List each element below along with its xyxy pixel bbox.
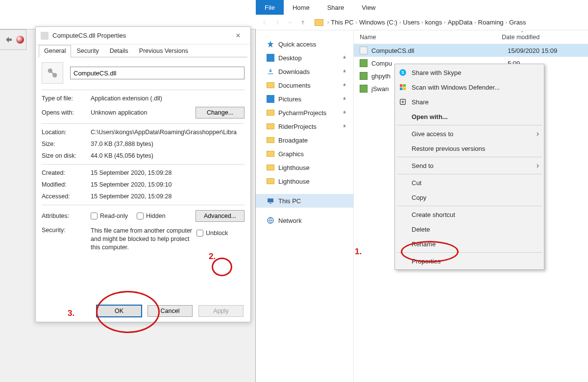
context-menu-item[interactable]: Delete bbox=[395, 222, 544, 237]
nav-quick-access[interactable]: Quick access bbox=[256, 37, 353, 51]
nav-pictures[interactable]: Pictures bbox=[256, 92, 353, 106]
context-menu-item[interactable]: Cut bbox=[395, 175, 544, 190]
nav-rider[interactable]: RiderProjects bbox=[256, 119, 353, 133]
opens-with-label: Opens with: bbox=[42, 109, 91, 116]
dialog-title: ComputeCS.dll Properties bbox=[52, 32, 231, 39]
security-label: Security: bbox=[42, 227, 91, 234]
ribbon-tab-view[interactable]: View bbox=[353, 0, 384, 15]
opens-with-value: Unknown application bbox=[91, 109, 196, 116]
attributes-label: Attributes: bbox=[42, 213, 91, 219]
advanced-button[interactable]: Advanced... bbox=[196, 210, 245, 222]
context-menu-label: Restore previous versions bbox=[412, 145, 485, 152]
modified-value: 15 September 2020, 15:09:10 bbox=[91, 181, 245, 188]
size-on-disk-value: 44.0 KB (45,056 bytes) bbox=[91, 152, 245, 159]
col-header-date[interactable]: Date modified bbox=[502, 34, 588, 41]
context-menu-label: Send to bbox=[412, 162, 434, 169]
nav-back-button[interactable] bbox=[259, 17, 270, 28]
annotation-label-2: 2. bbox=[209, 252, 216, 262]
column-headers[interactable]: Name Date modified bbox=[354, 30, 588, 44]
context-menu-separator bbox=[397, 206, 542, 206]
close-button[interactable]: × bbox=[231, 31, 245, 40]
nav-pycharm[interactable]: PycharmProjects bbox=[256, 106, 353, 119]
file-type-icon bbox=[42, 62, 63, 84]
file-name: Compu bbox=[371, 60, 392, 67]
context-menu-label: Delete bbox=[412, 226, 430, 233]
filename-input[interactable] bbox=[70, 67, 245, 79]
created-value: 15 September 2020, 15:09:28 bbox=[91, 169, 245, 176]
context-menu-item[interactable]: Restore previous versions bbox=[395, 141, 544, 156]
ribbon-tab-home[interactable]: Home bbox=[284, 0, 318, 15]
annotation-label-3: 3. bbox=[68, 309, 74, 318]
nav-downloads[interactable]: Downloads bbox=[256, 65, 353, 78]
nav-graphics[interactable]: Graphics bbox=[256, 147, 353, 161]
context-menu-item[interactable]: SShare with Skype bbox=[395, 65, 544, 80]
context-menu: SShare with SkypeScan with Windows Defen… bbox=[394, 64, 544, 270]
nav-lighthouse1[interactable]: Lighthouse bbox=[256, 161, 353, 174]
annotation-label-1: 1. bbox=[355, 247, 362, 257]
tab-security[interactable]: Security bbox=[71, 45, 104, 57]
nav-desktop[interactable]: Desktop bbox=[256, 51, 353, 65]
context-menu-separator bbox=[397, 157, 542, 157]
context-menu-item[interactable]: Create shortcut bbox=[395, 207, 544, 222]
nav-broadgate[interactable]: Broadgate bbox=[256, 133, 353, 147]
nav-network[interactable]: Network bbox=[256, 214, 353, 227]
accessed-value: 15 September 2020, 15:09:28 bbox=[91, 193, 245, 200]
tab-previous-versions[interactable]: Previous Versions bbox=[134, 45, 194, 57]
nav-forward-button[interactable] bbox=[271, 17, 283, 28]
context-menu-item[interactable]: Scan with Windows Defender... bbox=[395, 80, 544, 95]
nav-recent-button[interactable] bbox=[284, 17, 296, 28]
svg-rect-3 bbox=[270, 203, 271, 204]
created-label: Created: bbox=[42, 169, 91, 176]
change-button[interactable]: Change... bbox=[196, 107, 245, 119]
col-header-name[interactable]: Name bbox=[360, 34, 502, 41]
tab-general[interactable]: General bbox=[39, 45, 71, 57]
annotation-circle-1 bbox=[401, 241, 459, 263]
context-menu-item[interactable]: Copy bbox=[395, 190, 544, 205]
context-menu-separator bbox=[397, 174, 542, 174]
file-row[interactable]: ComputeCS.dll 15/09/2020 15:09 bbox=[354, 44, 588, 57]
modified-label: Modified: bbox=[42, 181, 91, 188]
dialog-titlebar[interactable]: ComputeCS.dll Properties × bbox=[36, 27, 250, 45]
ribbon-tab-file[interactable]: File bbox=[256, 0, 284, 15]
context-menu-label: Open with... bbox=[412, 113, 448, 120]
share-icon bbox=[399, 98, 407, 106]
navigation-pane: Quick access Desktop Downloads Documents… bbox=[256, 30, 354, 382]
svg-text:S: S bbox=[401, 70, 404, 75]
tab-panel-general: Type of file:Application extension (.dll… bbox=[36, 57, 250, 261]
gh-file-icon bbox=[360, 59, 368, 67]
background-app-toolbar bbox=[0, 29, 26, 50]
unblock-checkbox[interactable]: Unblock bbox=[196, 230, 228, 237]
address-bar: › This PC› Windows (C:)› Users› kongs› A… bbox=[256, 15, 588, 30]
accessed-label: Accessed: bbox=[42, 193, 91, 200]
tab-details[interactable]: Details bbox=[104, 45, 134, 57]
context-menu-item[interactable]: Send to› bbox=[395, 158, 544, 173]
ribbon-tabs: File Home Share View bbox=[256, 0, 588, 15]
nav-lighthouse2[interactable]: Lighthouse bbox=[256, 174, 353, 188]
dialog-title-icon bbox=[41, 32, 49, 40]
ribbon-tab-share[interactable]: Share bbox=[318, 0, 353, 15]
context-menu-item[interactable]: Share bbox=[395, 95, 544, 109]
svg-rect-9 bbox=[400, 88, 402, 90]
hidden-checkbox[interactable]: Hidden bbox=[137, 213, 166, 219]
svg-rect-7 bbox=[400, 84, 402, 87]
apply-button[interactable]: Apply bbox=[198, 305, 244, 317]
location-label: Location: bbox=[42, 129, 91, 136]
context-menu-item[interactable]: Open with... bbox=[395, 109, 544, 124]
nav-this-pc[interactable]: This PC bbox=[256, 194, 353, 208]
svg-rect-2 bbox=[268, 198, 273, 202]
context-menu-label: Scan with Windows Defender... bbox=[412, 84, 500, 91]
context-menu-label: Give access to bbox=[412, 130, 453, 138]
dialog-tabs: General Security Details Previous Versio… bbox=[39, 45, 247, 57]
context-menu-item[interactable]: Give access to› bbox=[395, 126, 544, 141]
skype-icon: S bbox=[399, 69, 407, 76]
file-date: 15/09/2020 15:09 bbox=[508, 47, 557, 54]
folder-icon bbox=[315, 19, 323, 26]
record-icon bbox=[16, 36, 24, 44]
nav-documents[interactable]: Documents bbox=[256, 78, 353, 92]
context-menu-separator bbox=[397, 125, 542, 125]
readonly-checkbox[interactable]: Read-only bbox=[91, 213, 128, 219]
breadcrumb[interactable]: › This PC› Windows (C:)› Users› kongs› A… bbox=[315, 19, 526, 26]
svg-rect-10 bbox=[403, 88, 406, 90]
nav-up-button[interactable] bbox=[297, 17, 309, 28]
dll-file-icon bbox=[360, 47, 368, 54]
